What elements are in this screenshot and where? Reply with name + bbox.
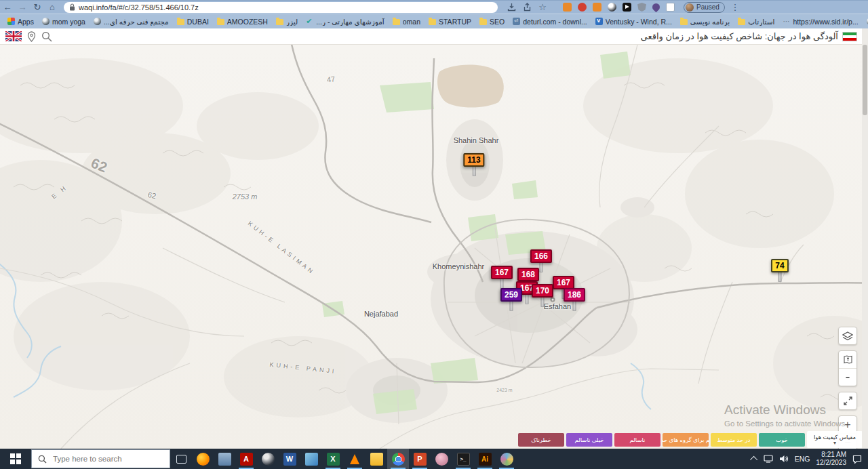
aqi-marker[interactable]: 113 xyxy=(463,153,484,167)
bookmark-label: Ventusky - Wind, R... xyxy=(606,18,672,26)
taskbar-app-word[interactable]: W xyxy=(279,449,300,469)
taskbar-app-paint-3d[interactable] xyxy=(496,449,517,469)
adblock-extension-icon[interactable] xyxy=(578,3,587,12)
legend-chip[interactable]: خوب xyxy=(759,433,805,447)
bookmark-item[interactable]: مجتمع فنی حرفه ای... xyxy=(90,16,172,28)
location-pin-icon[interactable] xyxy=(27,31,36,42)
bookmark-item[interactable]: mom yoga xyxy=(39,16,89,28)
bookmark-label: oman xyxy=(403,18,420,26)
address-bar[interactable]: waqi.info/fa/#/c/32.758/51.466/10.7z xyxy=(64,2,498,13)
search-icon[interactable] xyxy=(41,31,52,42)
bookmark-item[interactable]: SEO xyxy=(476,16,508,28)
taskbar-app-spray[interactable] xyxy=(431,449,452,469)
legend-chip[interactable]: ناسالم برای گروه های حساس xyxy=(663,433,709,447)
tray-time: 8:21 AM xyxy=(821,451,846,458)
cmd-icon: >_ xyxy=(457,453,470,466)
bookmark-label: DUBAI xyxy=(187,18,209,26)
taskbar-app-photos[interactable] xyxy=(300,449,322,469)
legend-chip[interactable]: در حد متوسط xyxy=(711,433,757,447)
taskbar-app-excel[interactable]: X xyxy=(322,449,344,469)
tray-chevron-icon[interactable] xyxy=(750,456,757,464)
taskbar-app-steam[interactable] xyxy=(257,449,279,469)
folder-icon xyxy=(276,19,283,25)
acrobat-icon: A xyxy=(240,453,253,466)
shield-extension-icon[interactable] xyxy=(637,3,646,12)
taskbar-app-vlc[interactable] xyxy=(344,449,366,469)
bookmark-item[interactable]: Apps xyxy=(4,16,37,28)
aqi-scale-selector[interactable]: مقیاس کیفیت هوا ▾ xyxy=(807,431,863,448)
aqi-marker[interactable]: 167 xyxy=(553,276,574,289)
speaker-icon[interactable] xyxy=(779,455,789,463)
bookmark-item[interactable]: Laptop Price in Dub... xyxy=(863,16,868,28)
translate-button[interactable] xyxy=(839,368,856,386)
layers-button[interactable] xyxy=(839,327,856,344)
legend-chip[interactable]: ناسالم xyxy=(614,433,660,447)
back-icon[interactable]: ← xyxy=(0,1,15,14)
map-canvas[interactable]: Shahin ShahrKhomeynishahrEsfahanNejafaba… xyxy=(0,45,868,449)
network-icon[interactable] xyxy=(764,455,773,463)
sphere-extension-icon[interactable] xyxy=(608,3,616,12)
aqi-marker[interactable]: 186 xyxy=(564,288,585,302)
bookmark-label: Apps xyxy=(18,18,34,26)
taskbar-app-acrobat[interactable]: A xyxy=(235,449,257,469)
bookmark-item[interactable]: deturl.com - downl... xyxy=(509,16,591,28)
taskbar-app-task-view[interactable] xyxy=(170,449,192,469)
rss2-extension-icon[interactable] xyxy=(593,3,601,12)
profile-chip[interactable]: Paused xyxy=(684,2,725,13)
bookmark-item[interactable]: استارتاپ xyxy=(734,16,778,28)
taskbar-app-cmd[interactable]: >_ xyxy=(452,449,474,469)
play-extension-icon[interactable] xyxy=(623,3,631,12)
taskbar-app-firefox[interactable] xyxy=(192,449,214,469)
bookmark-item[interactable]: برنامه نویسی xyxy=(677,16,733,28)
taskbar-clock[interactable]: 8:21 AM 12/2/2023 xyxy=(816,451,847,467)
legend-chip[interactable]: خیلی ناسالم xyxy=(566,433,612,447)
aqi-marker[interactable]: 74 xyxy=(771,259,789,272)
share-icon[interactable] xyxy=(521,1,532,14)
forward-icon[interactable]: → xyxy=(15,1,30,14)
aqi-marker[interactable]: 168 xyxy=(517,268,539,281)
search-icon xyxy=(38,455,47,464)
iran-flag-icon[interactable] xyxy=(842,32,857,41)
taskbar-apps: AWXP>_Ai xyxy=(170,449,517,469)
legend-chip[interactable]: خطرناک xyxy=(518,433,564,447)
action-center-icon[interactable] xyxy=(852,455,862,464)
start-button[interactable] xyxy=(0,449,31,469)
fullscreen-button[interactable] xyxy=(839,392,856,409)
home-icon[interactable]: ⌂ xyxy=(45,1,60,14)
taskbar-search-input[interactable] xyxy=(52,454,153,464)
pin-extension-icon[interactable] xyxy=(651,2,662,13)
taskbar-search[interactable] xyxy=(31,449,170,468)
system-tray: ENG 8:21 AM 12/2/2023 xyxy=(752,449,868,469)
bookmark-item[interactable]: https://www.sid.ir/p... xyxy=(779,16,861,28)
locate-button[interactable] xyxy=(839,351,856,368)
taskbar-app-settings[interactable] xyxy=(214,449,235,469)
bookmark-item[interactable]: Ventusky - Wind, R... xyxy=(592,16,675,28)
bookmark-item[interactable]: آموزشهای مهارتی - ر... xyxy=(302,16,388,28)
map-controls: + − xyxy=(838,327,857,449)
bookmark-item[interactable]: لیزر xyxy=(273,16,301,28)
chrome-icon xyxy=(392,453,405,466)
notes-extension-icon[interactable] xyxy=(666,3,675,12)
rss-extension-icon[interactable] xyxy=(563,3,572,12)
bookmark-item[interactable]: DUBAI xyxy=(174,16,212,28)
taskbar-app-file-explorer[interactable] xyxy=(366,449,387,469)
taskbar-app-illustrator[interactable]: Ai xyxy=(474,449,496,469)
uk-flag-icon[interactable] xyxy=(5,31,22,41)
menu-dots-icon[interactable]: ⋮ xyxy=(730,1,741,14)
taskbar-app-chrome[interactable] xyxy=(387,449,409,469)
browser-scrollbar[interactable] xyxy=(862,28,868,449)
aqi-marker[interactable]: 167 xyxy=(491,266,513,279)
bookmark-star-icon[interactable]: ☆ xyxy=(537,1,548,14)
bookmark-item[interactable]: AMOOZESH xyxy=(214,16,271,28)
download-icon[interactable] xyxy=(506,1,517,14)
bookmark-label: AMOOZESH xyxy=(227,18,268,26)
bookmark-item[interactable]: STARTUP xyxy=(425,16,475,28)
taskbar-app-powerpoint[interactable]: P xyxy=(409,449,431,469)
aqi-marker[interactable]: 166 xyxy=(530,249,552,263)
aqi-marker[interactable]: 170 xyxy=(532,284,553,298)
bookmark-item[interactable]: oman xyxy=(389,16,424,28)
scrollbar-thumb[interactable] xyxy=(863,45,867,115)
reload-icon[interactable]: ↻ xyxy=(30,1,45,14)
aqi-marker[interactable]: 259 xyxy=(500,288,522,302)
language-indicator[interactable]: ENG xyxy=(795,455,810,463)
